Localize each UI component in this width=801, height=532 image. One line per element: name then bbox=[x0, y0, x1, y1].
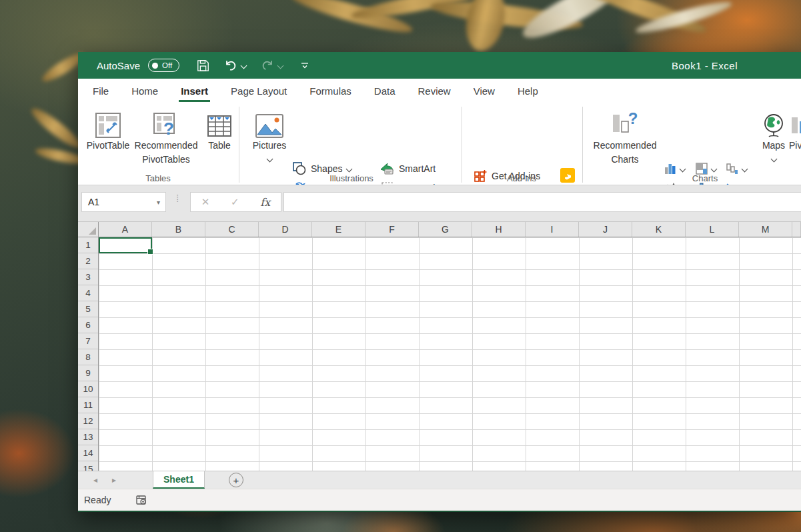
addins-group-label: Add-ins bbox=[482, 173, 562, 183]
column-header-j[interactable]: J bbox=[579, 222, 632, 237]
redo-button bbox=[261, 59, 283, 72]
row-header-6[interactable]: 6 bbox=[78, 317, 98, 333]
row-header-8[interactable]: 8 bbox=[78, 349, 98, 365]
column-header-m[interactable]: M bbox=[739, 222, 792, 237]
column-header-d[interactable]: D bbox=[259, 222, 312, 237]
macro-record-button[interactable] bbox=[136, 495, 147, 505]
formula-input[interactable] bbox=[283, 192, 801, 212]
row-header-5[interactable]: 5 bbox=[78, 301, 98, 317]
excel-window: AutoSave Off bbox=[78, 52, 801, 512]
menu-tab-insert[interactable]: Insert bbox=[181, 85, 208, 97]
insert-function-icon[interactable]: fx bbox=[260, 196, 270, 209]
undo-icon bbox=[224, 59, 237, 72]
column-header-l[interactable]: L bbox=[686, 222, 739, 237]
sheet-tab-sheet1[interactable]: Sheet1 bbox=[153, 471, 205, 489]
wallpaper-leaf bbox=[28, 104, 85, 152]
undo-dropdown-icon[interactable] bbox=[241, 62, 247, 69]
recommended-pivottables-icon: ? bbox=[153, 112, 179, 139]
name-box[interactable]: A1 ▾ bbox=[81, 192, 166, 212]
menu-tab-formulas[interactable]: Formulas bbox=[309, 85, 351, 97]
tables-group-label: Tables bbox=[118, 173, 198, 183]
recommended-pivottables-button[interactable]: ? Recommended PivotTables bbox=[133, 105, 199, 183]
macro-record-icon bbox=[136, 495, 147, 505]
menu-tab-review[interactable]: Review bbox=[418, 85, 451, 97]
menu-tab-data[interactable]: Data bbox=[374, 85, 395, 97]
group-separator bbox=[582, 107, 583, 183]
row-header-9[interactable]: 9 bbox=[78, 365, 98, 381]
column-header-g[interactable]: G bbox=[419, 222, 472, 237]
maps-button[interactable]: Maps bbox=[758, 105, 789, 183]
status-bar: Ready bbox=[78, 489, 801, 511]
name-box-dropdown-icon[interactable]: ▾ bbox=[157, 199, 160, 206]
menu-tab-page-layout[interactable]: Page Layout bbox=[231, 85, 287, 97]
table-icon bbox=[207, 113, 232, 139]
customize-quick-access-icon bbox=[300, 61, 309, 69]
recommended-charts-icon: ? bbox=[611, 112, 639, 139]
autosave-state: Off bbox=[162, 61, 172, 69]
charts-group-label: Charts bbox=[665, 173, 745, 183]
bing-logo-icon bbox=[563, 171, 572, 180]
row-header-12[interactable]: 12 bbox=[78, 413, 98, 429]
menu-tabs: FileHomeInsertPage LayoutFormulasDataRev… bbox=[78, 79, 801, 103]
save-button[interactable] bbox=[197, 59, 209, 72]
row-header-14[interactable]: 14 bbox=[78, 445, 98, 461]
fill-handle[interactable] bbox=[147, 249, 153, 255]
autosave-toggle[interactable]: Off bbox=[148, 59, 179, 72]
maps-globe-icon bbox=[762, 113, 786, 139]
enter-icon[interactable]: ✓ bbox=[231, 196, 239, 208]
plus-icon: + bbox=[233, 475, 239, 485]
row-header-11[interactable]: 11 bbox=[78, 397, 98, 413]
pivotchart-button-partial[interactable]: Piv bbox=[789, 105, 801, 183]
redo-dropdown-icon bbox=[277, 62, 284, 69]
column-header-h[interactable]: H bbox=[472, 222, 526, 237]
cell-area[interactable] bbox=[99, 237, 801, 471]
row-header-15[interactable]: 15 bbox=[78, 461, 98, 471]
menu-tab-file[interactable]: File bbox=[93, 85, 109, 97]
menu-tab-view[interactable]: View bbox=[474, 85, 495, 97]
column-headers: ABCDEFGHIJKLM bbox=[78, 221, 801, 237]
undo-button[interactable] bbox=[224, 59, 246, 72]
select-all-triangle-icon bbox=[89, 227, 96, 235]
select-all-button[interactable] bbox=[78, 222, 99, 237]
row-header-10[interactable]: 10 bbox=[78, 381, 98, 397]
menu-tab-help[interactable]: Help bbox=[518, 85, 538, 97]
svg-text:?: ? bbox=[628, 112, 638, 127]
customize-quick-access-button[interactable] bbox=[300, 61, 309, 69]
row-header-2[interactable]: 2 bbox=[78, 253, 98, 269]
name-box-value: A1 bbox=[88, 197, 157, 207]
column-header-e[interactable]: E bbox=[312, 222, 365, 237]
group-separator bbox=[239, 107, 239, 183]
redo-icon bbox=[261, 59, 274, 72]
sheet-tab-bar: ◂ ▸ Sheet1 + bbox=[78, 471, 801, 489]
row-header-13[interactable]: 13 bbox=[78, 429, 98, 445]
formula-bar-row: A1 ▾ ⁞ ✕ ✓ fx bbox=[78, 185, 801, 221]
pivottable-button[interactable]: PivotTable bbox=[83, 105, 133, 183]
recommended-charts-button[interactable]: ? Recommended Charts bbox=[590, 105, 660, 183]
row-header-4[interactable]: 4 bbox=[78, 285, 98, 301]
prev-sheet-button[interactable]: ◂ bbox=[86, 475, 105, 485]
cancel-icon[interactable]: ✕ bbox=[201, 196, 210, 208]
next-sheet-button[interactable]: ▸ bbox=[105, 475, 123, 485]
selected-cell-a1[interactable] bbox=[99, 237, 152, 253]
column-header-a[interactable]: A bbox=[99, 222, 152, 237]
table-button[interactable]: Table bbox=[202, 105, 237, 183]
menu-tab-home[interactable]: Home bbox=[131, 85, 158, 97]
row-header-7[interactable]: 7 bbox=[78, 333, 98, 349]
pictures-button[interactable]: Pictures bbox=[250, 105, 289, 183]
row-headers: 123456789101112131415 bbox=[78, 237, 99, 471]
column-header-k[interactable]: K bbox=[632, 222, 686, 237]
column-header-f[interactable]: F bbox=[365, 222, 419, 237]
row-header-3[interactable]: 3 bbox=[78, 269, 98, 285]
column-header-i[interactable]: I bbox=[526, 222, 579, 237]
pictures-dropdown-icon bbox=[266, 156, 273, 163]
new-sheet-button[interactable]: + bbox=[229, 473, 243, 487]
column-header-b[interactable]: B bbox=[152, 222, 205, 237]
spreadsheet-grid[interactable]: 123456789101112131415 bbox=[78, 237, 801, 471]
column-header-c[interactable]: C bbox=[205, 222, 259, 237]
column-header-partial bbox=[792, 222, 801, 237]
formula-bar-drag-handle[interactable]: ⁞ bbox=[174, 195, 181, 202]
save-icon bbox=[197, 59, 209, 72]
bing-maps-addin-button[interactable] bbox=[560, 168, 575, 183]
row-header-1[interactable]: 1 bbox=[78, 237, 98, 253]
shapes-dropdown-icon bbox=[346, 165, 353, 172]
